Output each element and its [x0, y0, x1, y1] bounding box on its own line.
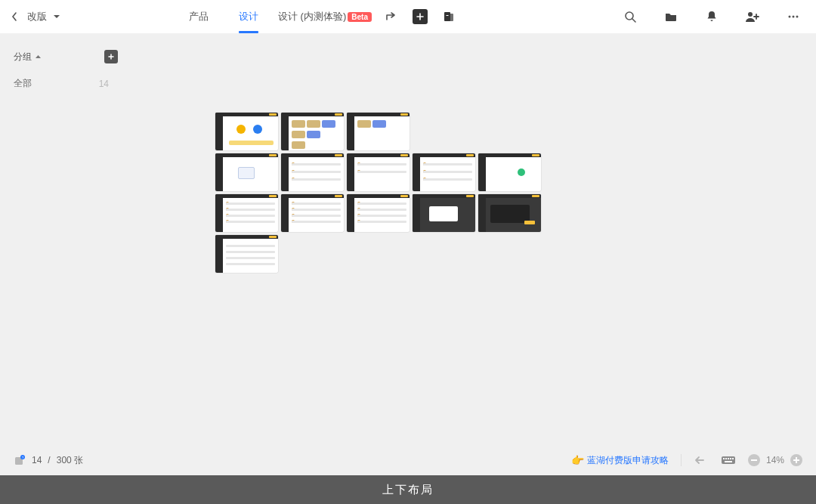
- bell-icon: [705, 10, 719, 23]
- top-bar: 改版 产品 设计 设计 (内测体验) Beta: [0, 0, 816, 33]
- project-name[interactable]: 改版: [27, 10, 47, 23]
- svg-rect-12: [723, 458, 725, 459]
- design-thumbnail[interactable]: [281, 194, 344, 232]
- sidebar-item-label: 全部: [14, 77, 32, 90]
- design-thumbnail[interactable]: [215, 235, 278, 273]
- zoom-level[interactable]: 14%: [766, 455, 784, 465]
- promo-text: 蓝湖付费版申请攻略: [587, 454, 669, 467]
- zoom-in-button[interactable]: [790, 454, 802, 466]
- zoom-out-button[interactable]: [748, 454, 760, 466]
- group-header-label: 分组: [14, 51, 32, 63]
- pointing-hand-icon: 👉: [571, 454, 584, 466]
- divider: [681, 454, 682, 466]
- tab-design-label: 设计: [239, 10, 258, 23]
- design-thumbnail[interactable]: [347, 113, 410, 150]
- svg-rect-1: [449, 14, 453, 21]
- design-thumbnail[interactable]: [413, 194, 475, 232]
- invite-button[interactable]: [740, 5, 765, 29]
- svg-rect-11: [722, 456, 735, 464]
- group-toggle[interactable]: 分组: [14, 51, 42, 63]
- keyboard-icon: [721, 455, 736, 465]
- undo-button[interactable]: [694, 453, 709, 468]
- top-bar-right: [617, 5, 805, 29]
- caret-down-icon: [53, 14, 60, 20]
- sidebar: 分组 全部 14: [0, 33, 128, 445]
- sidebar-group-header: 分组: [14, 50, 118, 63]
- add-button[interactable]: [408, 5, 432, 29]
- count-total: 300 张: [57, 454, 83, 467]
- tab-design-beta-label: 设计 (内测体验): [278, 10, 346, 23]
- chevron-left-icon: [11, 11, 18, 22]
- caption-text: 上下布局: [382, 483, 434, 497]
- back-button[interactable]: [8, 10, 21, 23]
- keyboard-button[interactable]: [721, 453, 736, 468]
- svg-rect-17: [725, 461, 732, 462]
- minus-icon: [751, 459, 757, 461]
- project-switcher: 改版: [8, 10, 62, 23]
- tab-product-label: 产品: [189, 10, 209, 23]
- promo-link[interactable]: 👉 蓝湖付费版申请攻略: [571, 454, 669, 467]
- sidebar-item-count: 14: [99, 79, 118, 89]
- folder-button[interactable]: [659, 5, 683, 29]
- undo-icon: [694, 455, 708, 465]
- zoom-controls: 14%: [748, 454, 802, 466]
- flow-button[interactable]: [379, 5, 403, 29]
- add-group-button[interactable]: [104, 50, 118, 63]
- search-icon: [623, 10, 637, 23]
- caret-up-icon: [35, 54, 42, 60]
- status-bar-right: 👉 蓝湖付费版申请攻略 14%: [571, 453, 802, 468]
- cards-button[interactable]: [437, 5, 461, 29]
- design-thumbnail[interactable]: [215, 153, 278, 191]
- svg-rect-15: [730, 458, 731, 459]
- svg-point-6: [793, 16, 795, 18]
- design-thumbnail[interactable]: [478, 194, 541, 232]
- plus-box-icon: [413, 9, 428, 24]
- design-thumbnail[interactable]: [215, 194, 278, 232]
- svg-rect-14: [728, 458, 729, 459]
- svg-rect-18: [751, 459, 757, 461]
- caption-bar: 上下布局: [0, 475, 816, 504]
- count-sep: /: [48, 455, 50, 465]
- project-dropdown[interactable]: [51, 11, 62, 22]
- svg-rect-2: [446, 15, 448, 16]
- add-user-icon: [745, 10, 760, 23]
- tab-design[interactable]: 设计: [225, 0, 272, 33]
- dots-icon: [787, 10, 800, 23]
- page-counter: ? 14 / 300 张: [14, 454, 83, 467]
- thumbnail-grid: [215, 113, 541, 273]
- status-bar: ? 14 / 300 张 👉 蓝湖付费版申请攻略 14%: [0, 445, 816, 475]
- search-button[interactable]: [618, 5, 642, 29]
- tab-design-beta[interactable]: 设计 (内测体验) Beta: [275, 10, 375, 23]
- folder-icon: [664, 10, 678, 23]
- design-thumbnail[interactable]: [281, 113, 344, 150]
- svg-point-7: [796, 16, 799, 18]
- svg-point-5: [789, 16, 791, 18]
- svg-point-4: [748, 12, 753, 17]
- beta-badge: Beta: [348, 12, 372, 22]
- notifications-button[interactable]: [700, 5, 724, 29]
- design-thumbnail[interactable]: [281, 153, 344, 191]
- main-tabs: 产品 设计 设计 (内测体验) Beta: [175, 0, 461, 33]
- plus-icon: [107, 53, 115, 60]
- flow-icon: [385, 10, 398, 23]
- tab-product[interactable]: 产品: [175, 0, 222, 33]
- count-current: 14: [32, 455, 42, 465]
- svg-rect-16: [732, 458, 734, 459]
- design-thumbnail[interactable]: [347, 153, 410, 191]
- plus-icon: [793, 457, 799, 463]
- counter-icon: ?: [14, 454, 26, 466]
- svg-rect-13: [725, 458, 727, 459]
- design-thumbnail[interactable]: [215, 113, 278, 150]
- design-thumbnail[interactable]: [413, 153, 475, 191]
- cards-icon: [442, 10, 456, 23]
- design-thumbnail[interactable]: [347, 194, 410, 232]
- more-button[interactable]: [781, 5, 805, 29]
- sidebar-item-all[interactable]: 全部 14: [14, 77, 118, 90]
- design-thumbnail[interactable]: [478, 153, 541, 191]
